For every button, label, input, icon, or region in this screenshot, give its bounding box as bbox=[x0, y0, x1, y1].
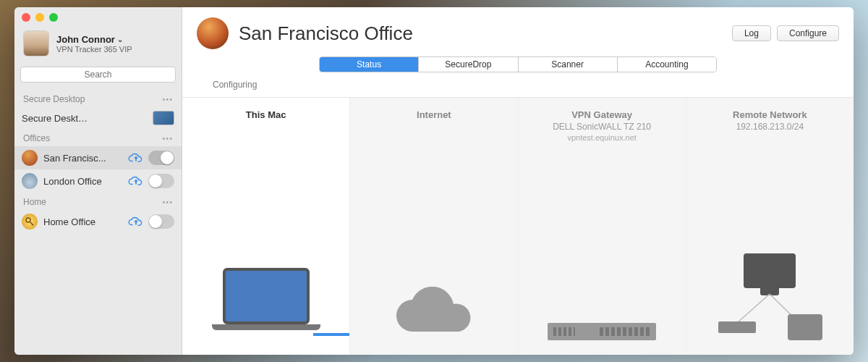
main-panel: San Francisco Office Log Configure Statu… bbox=[182, 7, 854, 355]
sidebar-item-home-office[interactable]: Home Office bbox=[14, 210, 182, 233]
network-icon bbox=[715, 253, 824, 340]
tab-accounting[interactable]: Accounting bbox=[618, 57, 716, 72]
page-title: San Francisco Office bbox=[239, 22, 413, 45]
tab-bar: Status SecureDrop Scanner Accounting bbox=[319, 56, 717, 72]
cloud-upload-icon[interactable] bbox=[128, 216, 144, 227]
chevron-down-icon: ⌄ bbox=[117, 35, 123, 43]
connection-icon bbox=[197, 17, 229, 49]
user-name: John Connor bbox=[56, 34, 115, 45]
account-row[interactable]: John Connor ⌄ VPN Tracker 365 VIP bbox=[14, 28, 182, 64]
tab-scanner[interactable]: Scanner bbox=[519, 57, 618, 72]
sidebar-item-san-francisco[interactable]: San Francisc... bbox=[14, 146, 182, 169]
connection-stages: This Mac Internet VPN bbox=[182, 98, 854, 355]
sidebar-item-label: London Office bbox=[43, 176, 102, 187]
cloud-icon bbox=[391, 287, 477, 337]
sidebar-item-london[interactable]: London Office bbox=[14, 169, 182, 193]
window-controls bbox=[22, 13, 58, 22]
tab-status[interactable]: Status bbox=[320, 57, 419, 72]
connection-toggle[interactable] bbox=[148, 214, 174, 229]
tab-securedrop[interactable]: SecureDrop bbox=[419, 57, 518, 72]
section-header-home: Home ••• bbox=[14, 193, 182, 210]
configure-button[interactable]: Configure bbox=[777, 25, 839, 41]
location-icon bbox=[22, 150, 38, 166]
app-window: John Connor ⌄ VPN Tracker 365 VIP Secure… bbox=[14, 7, 854, 355]
fullscreen-window-button[interactable] bbox=[49, 13, 58, 22]
sidebar-item-label: Home Office bbox=[43, 216, 95, 227]
search-input[interactable] bbox=[20, 67, 176, 83]
status-text: Configuring bbox=[197, 72, 839, 97]
sidebar: John Connor ⌄ VPN Tracker 365 VIP Secure… bbox=[14, 7, 182, 355]
thumbnail-icon bbox=[153, 111, 174, 125]
sidebar-item-label: Secure Desktop bbox=[22, 113, 88, 124]
connection-toggle[interactable] bbox=[148, 174, 174, 188]
connection-toggle[interactable] bbox=[148, 151, 174, 165]
key-icon bbox=[22, 214, 38, 230]
section-menu-icon[interactable]: ••• bbox=[162, 198, 173, 206]
log-button[interactable]: Log bbox=[732, 25, 771, 41]
section-menu-icon[interactable]: ••• bbox=[162, 95, 173, 104]
section-header-secure-desktop: Secure Desktop ••• bbox=[14, 90, 182, 107]
sidebar-item-label: San Francisc... bbox=[43, 153, 106, 164]
avatar bbox=[23, 30, 49, 56]
cloud-upload-icon[interactable] bbox=[128, 175, 144, 187]
minimize-window-button[interactable] bbox=[35, 13, 44, 22]
stage-vpn-gateway: VPN Gateway DELL SonicWALL TZ 210 vpntes… bbox=[518, 98, 686, 355]
stage-remote-network: Remote Network 192.168.213.0/24 bbox=[686, 98, 854, 355]
stage-internet: Internet bbox=[349, 98, 517, 355]
section-menu-icon[interactable]: ••• bbox=[162, 134, 173, 143]
user-subtitle: VPN Tracker 365 VIP bbox=[56, 45, 132, 54]
sidebar-item-secure-desktop[interactable]: Secure Desktop bbox=[14, 107, 182, 129]
location-icon bbox=[22, 173, 38, 189]
cloud-upload-icon[interactable] bbox=[128, 152, 144, 164]
section-header-offices: Offices ••• bbox=[14, 129, 182, 146]
laptop-icon bbox=[212, 268, 320, 340]
stage-this-mac: This Mac bbox=[182, 98, 349, 355]
close-window-button[interactable] bbox=[22, 13, 30, 22]
router-icon bbox=[548, 323, 656, 340]
